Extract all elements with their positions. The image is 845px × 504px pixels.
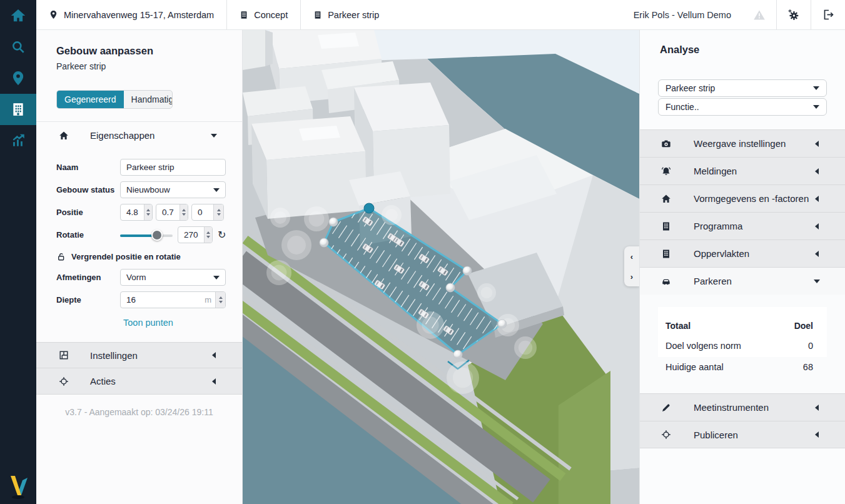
vertex-handle[interactable]: [446, 283, 455, 292]
lock-position-toggle[interactable]: Vergrendel positie en rotatie: [56, 252, 226, 261]
topbar: Minervahavenweg 15-17, Amsterdam Concept…: [36, 0, 845, 30]
map-pin-icon: [11, 71, 26, 86]
positie-y-stepper[interactable]: 0.7: [156, 204, 188, 221]
positie-z-stepper[interactable]: 0: [191, 204, 224, 221]
section-publiceren[interactable]: Publiceren: [640, 421, 845, 448]
stepper-buttons[interactable]: [204, 227, 212, 243]
section-instellingen[interactable]: Instellingen: [36, 342, 242, 368]
chevron-left-icon: [815, 223, 819, 229]
sidebar-item-location[interactable]: [0, 63, 36, 94]
version-label: v3.7 - Aangemaakt op: 03/24/26 19:11: [36, 407, 242, 417]
analyse-panel: Analyse Parkeer strip Functie.. Weergave…: [639, 30, 845, 504]
table-row: Doel volgens norm 0: [658, 336, 827, 356]
parkeren-content: Totaal Doel Doel volgens norm 0 Huidige …: [640, 295, 845, 393]
sidebar-item-analytics[interactable]: [0, 125, 36, 156]
topbar-project-tab[interactable]: Parkeer strip: [301, 0, 392, 29]
3d-viewport[interactable]: ‹ ›: [243, 30, 639, 504]
section-vormgegevens[interactable]: Vormgegevens en -factoren: [640, 184, 845, 212]
positie-x-stepper[interactable]: 4.8: [120, 204, 153, 221]
logout-icon: [822, 9, 834, 21]
chevron-down-icon: [213, 276, 220, 280]
collapse-right-button[interactable]: ›: [627, 270, 637, 283]
naam-input[interactable]: Parkeer strip: [120, 159, 226, 176]
afmetingen-select[interactable]: Vorm: [120, 269, 226, 286]
table-col-value: Doel: [794, 321, 813, 331]
building-icon: [313, 11, 322, 19]
home-icon: [59, 131, 69, 141]
section-weergave-instellingen[interactable]: Weergave instellingen: [640, 129, 845, 157]
building-icon: [661, 249, 671, 259]
diepte-label: Diepte: [56, 295, 120, 305]
chevron-left-icon: [815, 168, 819, 174]
vertex-handle[interactable]: [453, 350, 462, 359]
rotatie-stepper[interactable]: 270: [178, 226, 213, 243]
sidebar-item-buildings[interactable]: [0, 94, 36, 125]
stepper-buttons[interactable]: [215, 292, 225, 308]
toon-punten-link[interactable]: Toon punten: [123, 318, 173, 328]
lock-open-icon: [56, 252, 66, 261]
functie-select[interactable]: Functie..: [658, 98, 827, 116]
section-meldingen[interactable]: Meldingen: [640, 157, 845, 184]
section-label: Acties: [90, 376, 116, 386]
user-label: Erik Pols - Vellum Demo: [634, 0, 742, 29]
chevron-left-icon: [212, 378, 216, 385]
stepper-buttons[interactable]: [144, 204, 152, 220]
chevron-down-icon: [213, 188, 220, 192]
afmetingen-label: Afmetingen: [56, 273, 120, 282]
diepte-input[interactable]: 16m: [120, 291, 226, 308]
chevron-down-icon: [211, 134, 217, 138]
sidebar-item-search[interactable]: [0, 31, 36, 63]
stepper-buttons[interactable]: [213, 204, 223, 220]
pencil-icon: [661, 403, 671, 413]
vertex-handle[interactable]: [329, 218, 338, 226]
panel-title: Gebouw aanpassen: [56, 45, 222, 57]
tab-handmatig[interactable]: Handmatig: [124, 91, 173, 108]
topbar-project-label: Parkeer strip: [328, 10, 379, 20]
row-label: Huidige aantal: [665, 362, 724, 372]
chevron-left-icon: [815, 405, 819, 411]
section-parkeren[interactable]: Parkeren: [640, 267, 845, 295]
row-value: 0: [808, 341, 813, 351]
gear-icon: [787, 9, 800, 21]
topbar-concept-tab[interactable]: Concept: [227, 0, 300, 29]
panel-collapse-control: ‹ ›: [624, 246, 639, 286]
topbar-concept-label: Concept: [254, 10, 288, 20]
map-pin-icon: [49, 10, 58, 19]
topbar-location-tab[interactable]: Minervahavenweg 15-17, Amsterdam: [36, 0, 226, 29]
home-icon: [661, 194, 671, 204]
row-value: 68: [803, 362, 813, 372]
table-col-label: Totaal: [665, 321, 691, 331]
target-icon: [661, 430, 671, 440]
rotatie-slider[interactable]: [120, 229, 173, 241]
chevron-down-icon: [813, 86, 819, 90]
tab-gegenereerd[interactable]: Gegenereerd: [57, 91, 124, 108]
object-select[interactable]: Parkeer strip: [658, 79, 827, 97]
vellum-logo: [0, 471, 36, 500]
stepper-buttons[interactable]: [180, 204, 188, 220]
chart-icon: [11, 133, 26, 148]
chevron-left-icon: [815, 251, 819, 257]
section-programma[interactable]: Programma: [640, 212, 845, 239]
rotate-icon[interactable]: ↻: [218, 229, 226, 241]
app-sidebar: [0, 0, 36, 504]
building-icon: [11, 102, 26, 117]
section-acties[interactable]: Acties: [36, 368, 242, 395]
vertex-handle[interactable]: [320, 238, 328, 247]
section-oppervlakten[interactable]: Oppervlakten: [640, 239, 845, 267]
vertex-handle[interactable]: [498, 320, 507, 328]
settings-button[interactable]: [777, 0, 811, 29]
3d-scene[interactable]: [243, 30, 639, 504]
slider-thumb[interactable]: [151, 229, 163, 241]
sidebar-item-home[interactable]: [0, 0, 36, 31]
unit-label: m: [205, 295, 215, 305]
chevron-left-icon: [212, 352, 216, 358]
camera-icon: [661, 139, 671, 149]
logout-button[interactable]: [811, 0, 845, 29]
section-eigenschappen[interactable]: Eigenschappen: [36, 121, 242, 149]
row-label: Doel volgens norm: [665, 341, 741, 351]
vertex-handle[interactable]: [463, 266, 472, 275]
collapse-left-button[interactable]: ‹: [627, 250, 637, 263]
active-vertex-handle[interactable]: [364, 203, 374, 213]
section-meetinstrumenten[interactable]: Meetinstrumenten: [640, 393, 845, 421]
gebouw-status-select[interactable]: Nieuwbouw: [120, 181, 226, 198]
